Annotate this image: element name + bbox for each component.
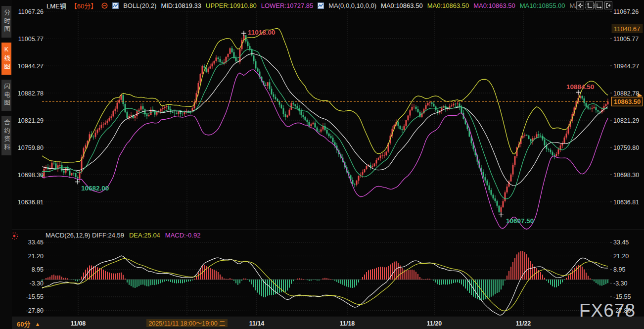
sidebar-tab-candlestick-chart[interactable]: K线图 [1, 43, 11, 75]
candle-body [218, 57, 219, 59]
candle-body [590, 108, 591, 109]
macd-axis-label-left: -27.80 [26, 307, 44, 314]
candle-body [109, 118, 110, 121]
candle-body [356, 181, 358, 185]
candle-body [222, 62, 223, 63]
candle-body [352, 180, 354, 184]
price-axis-label-right: 10882.78 [613, 90, 639, 97]
extreme-price-label: 11018.00 [248, 29, 276, 36]
candle-body [162, 108, 164, 109]
ma-name: MA(0,0,0,10,0,0) [328, 2, 376, 9]
candle-body [505, 192, 506, 201]
candle-body [135, 116, 136, 118]
candle-body [277, 99, 278, 101]
candle-body [235, 58, 237, 61]
candle-body [582, 96, 583, 98]
candle-body [212, 63, 213, 66]
price-axis-label-right: 10821.29 [613, 117, 639, 124]
trading-app: 分时图K线图闪电图合约资料 10863.5011040.6711067.2611… [0, 0, 644, 329]
candle-body [402, 129, 403, 130]
ma-value-1: MA0:10863.50 [427, 2, 469, 9]
sidebar-tab-time-chart[interactable]: 分时图 [1, 6, 11, 38]
candle-body [107, 121, 108, 123]
candle-body [364, 169, 366, 172]
candle-body [414, 107, 415, 107]
chart-toolbar [576, 1, 612, 9]
period-up-arrow-icon: ▲ [35, 321, 40, 327]
candle-body [457, 103, 459, 104]
candle-body [596, 107, 597, 110]
ma-indicator-icon[interactable] [318, 2, 324, 9]
candle-body [210, 66, 211, 68]
exit-chart-icon[interactable] [604, 1, 612, 9]
candle-body [598, 110, 599, 111]
candle-body [326, 130, 328, 134]
candle-body [214, 61, 215, 63]
candle-body [93, 137, 94, 137]
session-high-label: 11040.67 [614, 25, 640, 33]
period-selector[interactable]: 60分 ▲ [17, 319, 40, 329]
candle-body [168, 106, 170, 109]
candle-body [85, 145, 87, 148]
candle-body [354, 184, 356, 185]
crosshair-icon[interactable] [576, 1, 584, 9]
candle-body [172, 112, 174, 113]
boll-indicator-icon[interactable] [112, 2, 119, 9]
x-axis-zoom-icon[interactable] [595, 1, 603, 9]
period-adjust-icon[interactable] [101, 2, 108, 9]
y-axis-zoom-icon[interactable] [586, 1, 594, 9]
candle-body [366, 166, 368, 169]
candle-body [174, 113, 176, 113]
candle-body [461, 107, 462, 113]
candle-body [556, 154, 557, 156]
candle-body [55, 163, 57, 169]
candle-body [386, 151, 387, 155]
price-axis-label-left: 10944.27 [18, 63, 44, 70]
sidebar-tab-lightning-chart[interactable]: 闪电图 [1, 80, 11, 111]
price-axis-label-right: 11067.26 [613, 8, 639, 15]
price-axis-label-left: 10759.80 [18, 144, 44, 151]
candle-body [372, 166, 373, 167]
candle-body [594, 107, 595, 108]
candle-body [332, 138, 334, 142]
selected-range-label: 2025/11/11 18:00～19:00 二 [148, 320, 225, 327]
candle-body [526, 135, 528, 136]
watermark: FX678 [579, 300, 636, 321]
candle-body [558, 149, 559, 154]
candle-body [455, 104, 457, 104]
indicator-settings-icon[interactable] [12, 233, 18, 239]
candle-body [487, 181, 488, 186]
sidebar-tab-contract-info[interactable]: 合约资料 [1, 116, 11, 155]
candle-body [119, 100, 120, 103]
sun-core [13, 235, 16, 237]
price-chart[interactable]: 10863.5011040.6711067.2611067.2611005.77… [12, 0, 644, 329]
candle-body [123, 95, 124, 104]
macd-axis-label-right: 33.45 [613, 239, 629, 246]
date-axis-label: 11/08 [71, 320, 86, 327]
candle-body [216, 57, 217, 61]
candle-body [370, 165, 371, 167]
boll-lower-value: LOWER:10727.85 [261, 2, 314, 9]
candle-body [265, 85, 267, 86]
candle-body [313, 123, 314, 124]
boll-name: BOLL(20,2) [123, 2, 156, 9]
candle-body [417, 109, 419, 112]
candle-body [607, 101, 609, 104]
candle-body [267, 82, 269, 86]
price-axis-label-right: 11005.77 [613, 36, 639, 43]
candle-body [220, 59, 221, 62]
gridlines [40, 11, 612, 316]
candle-body [105, 123, 106, 125]
candle-body [295, 104, 296, 106]
macd-axis-label-right: 8.95 [613, 266, 625, 273]
candle-body [307, 120, 308, 122]
candle-body [501, 207, 502, 212]
price-axis-label-right: 10944.27 [613, 63, 639, 70]
price-axis-label-left: 10636.81 [18, 199, 44, 206]
macd-axis-label-right: -15.55 [613, 293, 631, 300]
candle-body [200, 74, 201, 83]
candle-body [69, 171, 71, 176]
candle-body [273, 94, 275, 96]
candle-body [301, 111, 302, 115]
candle-body [319, 132, 320, 132]
